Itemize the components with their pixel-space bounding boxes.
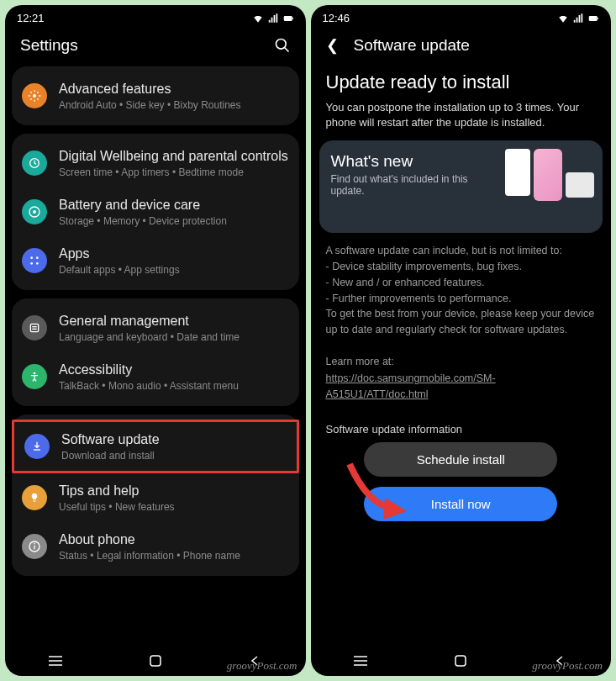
- row-sub: Useful tips • New features: [59, 501, 289, 513]
- svg-line-3: [284, 48, 288, 52]
- whats-new-card[interactable]: What's new Find out what's included in t…: [319, 140, 603, 233]
- row-tips-help[interactable]: Tips and help Useful tips • New features: [12, 473, 299, 522]
- header: Settings: [5, 28, 306, 66]
- status-bar: 12:21: [5, 5, 306, 28]
- watermark: groovyPost.com: [532, 659, 603, 673]
- svg-rect-1: [292, 17, 292, 18]
- page-title: Software update: [354, 36, 470, 55]
- row-software-update[interactable]: Software update Download and install: [12, 420, 299, 473]
- update-ready-title: Update ready to install: [311, 66, 612, 100]
- advanced-icon: [22, 83, 47, 108]
- row-sub: Language and keyboard • Date and time: [59, 331, 289, 343]
- row-general-management[interactable]: General management Language and keyboard…: [12, 304, 299, 352]
- general-icon: [22, 315, 47, 340]
- learn-more-link[interactable]: https://doc.samsungmobile.com/SM-A515U1/…: [326, 371, 597, 403]
- settings-group: Digital Wellbeing and parental controls …: [12, 134, 299, 290]
- svg-rect-25: [589, 16, 598, 21]
- apps-icon: [22, 248, 47, 273]
- update-content: Update ready to install You can postpone…: [311, 66, 612, 644]
- row-title: Software update: [61, 431, 287, 448]
- svg-point-8: [30, 256, 33, 259]
- svg-rect-31: [455, 656, 466, 666]
- svg-point-2: [276, 40, 286, 50]
- settings-screen: 12:21 Settings Advanced features Android…: [5, 5, 306, 676]
- svg-point-11: [36, 262, 39, 265]
- nav-home[interactable]: [450, 654, 471, 668]
- watermark: groovyPost.com: [227, 659, 297, 673]
- nav-recents[interactable]: [350, 654, 371, 668]
- row-sub: Screen time • App timers • Bedtime mode: [59, 166, 289, 178]
- header: ❮ Software update: [311, 28, 612, 66]
- update-screen: 12:46 ❮ Software update Update ready to …: [311, 5, 612, 676]
- row-sub: Default apps • App settings: [59, 264, 289, 276]
- signal-icon: [572, 13, 584, 24]
- row-advanced-features[interactable]: Advanced features Android Auto • Side ke…: [12, 71, 299, 120]
- battery-icon: [282, 13, 294, 24]
- svg-point-20: [34, 543, 35, 545]
- back-button[interactable]: ❮: [326, 36, 339, 55]
- thumbnail: [505, 149, 530, 196]
- accessibility-icon: [22, 364, 47, 389]
- settings-group: Advanced features Android Auto • Side ke…: [12, 66, 299, 125]
- wifi-icon: [557, 13, 569, 24]
- row-battery-care[interactable]: Battery and device care Storage • Memory…: [12, 187, 299, 236]
- update-info-text: A software update can include, but is no…: [311, 241, 612, 411]
- row-title: Battery and device care: [59, 197, 289, 214]
- learn-more-label: Learn more at:: [326, 354, 597, 370]
- row-digital-wellbeing[interactable]: Digital Wellbeing and parental controls …: [12, 139, 299, 187]
- row-apps[interactable]: Apps Default apps • App settings: [12, 236, 299, 285]
- about-icon: [22, 534, 47, 559]
- row-title: Apps: [59, 245, 289, 262]
- settings-group: Software update Download and install Tip…: [12, 414, 299, 576]
- search-icon[interactable]: [274, 37, 291, 54]
- row-sub: Download and install: [61, 450, 287, 462]
- card-sub: Find out what's included in this update.: [331, 173, 474, 197]
- settings-group: General management Language and keyboard…: [12, 298, 299, 406]
- nav-recents[interactable]: [45, 654, 66, 668]
- schedule-install-button[interactable]: Schedule install: [364, 442, 557, 477]
- card-thumbnails: [505, 149, 594, 201]
- row-sub: Storage • Memory • Device protection: [59, 215, 289, 227]
- button-area: Schedule install Install now: [311, 439, 612, 540]
- svg-rect-12: [30, 324, 38, 331]
- info-line: To get the best from your device, please…: [326, 306, 597, 338]
- svg-point-7: [33, 210, 36, 214]
- settings-list: Advanced features Android Auto • Side ke…: [5, 66, 306, 644]
- svg-rect-24: [150, 656, 161, 666]
- battery-care-icon: [22, 199, 47, 224]
- status-time: 12:21: [17, 12, 45, 24]
- install-now-button[interactable]: Install now: [364, 487, 557, 521]
- info-line: - New and / or enhanced features.: [326, 275, 597, 291]
- thumbnail: [534, 149, 562, 201]
- row-sub: Status • Legal information • Phone name: [59, 550, 289, 562]
- svg-point-9: [36, 256, 39, 259]
- software-update-icon: [24, 434, 50, 459]
- status-icons: [252, 13, 294, 24]
- update-intro: You can postpone the installation up to …: [311, 100, 612, 140]
- svg-point-15: [34, 372, 36, 375]
- battery-icon: [587, 13, 599, 24]
- row-title: About phone: [59, 531, 289, 548]
- row-title: Tips and help: [59, 483, 289, 499]
- row-title: Advanced features: [59, 81, 289, 98]
- row-sub: Android Auto • Side key • Bixby Routines: [59, 99, 289, 111]
- info-line: - Device stability improvements, bug fix…: [326, 259, 597, 275]
- row-about-phone[interactable]: About phone Status • Legal information •…: [12, 522, 299, 571]
- signal-icon: [267, 13, 279, 24]
- status-icons: [557, 13, 599, 24]
- wifi-icon: [252, 13, 264, 24]
- info-line: A software update can include, but is no…: [326, 243, 597, 259]
- row-title: Accessibility: [59, 362, 289, 378]
- svg-rect-26: [598, 17, 598, 18]
- nav-home[interactable]: [145, 654, 166, 668]
- svg-point-4: [33, 94, 36, 98]
- thumbnail: [566, 172, 594, 198]
- row-sub: TalkBack • Mono audio • Assistant menu: [59, 380, 289, 392]
- svg-point-10: [30, 262, 33, 265]
- section-label: Software update information: [311, 411, 612, 439]
- status-time: 12:46: [323, 12, 350, 24]
- row-accessibility[interactable]: Accessibility TalkBack • Mono audio • As…: [12, 352, 299, 401]
- wellbeing-icon: [22, 150, 47, 176]
- tips-icon: [22, 485, 47, 510]
- status-bar: 12:46: [311, 5, 612, 28]
